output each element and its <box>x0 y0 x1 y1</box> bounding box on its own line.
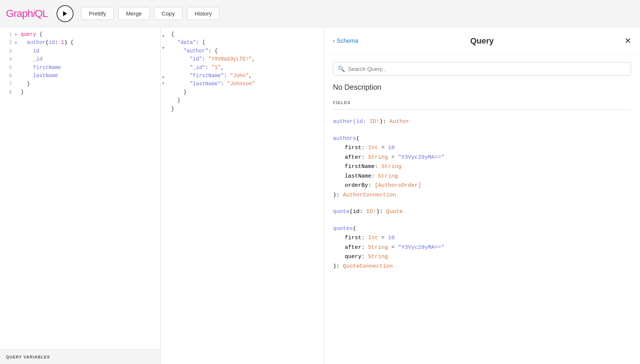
docs-header-inner: ‹ Schema Query ✕ <box>333 36 631 46</box>
no-description-text: No Description <box>333 83 631 92</box>
code-line-6: 6 lastName <box>0 72 160 80</box>
field-type-id: ID! <box>370 119 379 125</box>
prettify-button[interactable]: Prettify <box>81 7 114 20</box>
run-button[interactable] <box>57 5 74 22</box>
query-editor-panel: 1 ▼ query { 2 ▼ author(id: 1) { 3 id <box>0 27 161 364</box>
line-number: 5 <box>3 65 12 72</box>
result-content: ▼ ▼ ▼▼ { "data": { "author": { "id": "YX… <box>161 27 324 364</box>
code-content: id <box>21 47 39 55</box>
fields-divider <box>333 109 631 110</box>
history-button[interactable]: History <box>187 7 220 20</box>
main-area: 1 ▼ query { 2 ▼ author(id: 1) { 3 id <box>0 27 640 364</box>
line-number: 6 <box>3 73 12 80</box>
chevron-left-icon: ‹ <box>333 37 335 45</box>
field-args-author: (id: <box>353 119 370 125</box>
code-content: author(id: 1) { <box>21 38 74 47</box>
copy-button[interactable]: Copy <box>154 7 183 20</box>
docs-close-button[interactable]: ✕ <box>624 36 631 46</box>
search-input[interactable] <box>348 66 626 72</box>
field-arg-after: after: String = "Y3Vyc29yMA==" <box>345 153 631 162</box>
docs-back-label: Schema <box>337 38 358 44</box>
fold-arrow-empty <box>15 49 19 55</box>
fold-arrow-empty <box>15 82 19 87</box>
field-name-quote[interactable]: quote <box>333 209 350 215</box>
search-box[interactable]: 🔍 <box>333 62 631 76</box>
field-return-authorconnection[interactable]: AuthorConnection <box>343 192 396 198</box>
result-gutter: ▼ ▼ ▼▼ <box>161 30 168 361</box>
field-name-author[interactable]: author <box>333 119 353 125</box>
toolbar: GraphiQL Prettify Merge Copy History <box>0 0 640 27</box>
field-type-id2: ID! <box>366 209 376 215</box>
fold-indicator[interactable]: ▼ ▼ ▼▼ <box>162 33 167 86</box>
code-content: } <box>21 88 24 96</box>
code-content: query { <box>21 30 42 38</box>
line-number: 4 <box>3 56 12 63</box>
search-icon: 🔍 <box>338 65 345 72</box>
merge-button[interactable]: Merge <box>118 7 150 20</box>
code-content: lastName <box>21 72 58 80</box>
docs-back-link[interactable]: ‹ Schema <box>333 37 358 45</box>
fold-arrow-empty <box>15 90 19 96</box>
code-content: firstName <box>21 63 61 72</box>
field-name-quotes[interactable]: quotes <box>333 226 353 232</box>
fold-arrow-empty <box>15 57 19 63</box>
code-line-7: 7 } <box>0 80 160 88</box>
code-line-4: 4 _id <box>0 55 160 63</box>
field-quotes: quotes( first: Int = 10 after: String = … <box>333 224 631 271</box>
docs-header: ‹ Schema Query ✕ <box>324 27 640 55</box>
result-code: { "data": { "author": { "id": "YXV0aG9yL… <box>168 30 258 361</box>
docs-title: Query <box>470 36 494 46</box>
line-number: 1 <box>3 31 12 38</box>
line-number: 2 <box>3 40 12 47</box>
field-return-author[interactable]: Author <box>389 119 409 125</box>
line-number: 8 <box>3 89 12 96</box>
field-return-quoteconnection[interactable]: QuoteConnection <box>343 263 393 269</box>
fold-arrow[interactable]: ▼ <box>15 32 19 38</box>
docs-body: 🔍 No Description FIELDS author(id: ID!):… <box>324 55 640 364</box>
query-variables-label: QUERY VARIABLES <box>6 355 50 359</box>
docs-panel: ‹ Schema Query ✕ 🔍 No Description FIELDS… <box>324 27 640 364</box>
field-arg-query: query: String <box>345 252 631 262</box>
fold-arrow[interactable]: ▼ <box>15 40 19 46</box>
fold-arrow-empty <box>15 65 19 71</box>
line-number: 3 <box>3 48 12 55</box>
code-line-2: 2 ▼ author(id: 1) { <box>0 38 160 47</box>
field-arg-after2: after: String = "Y3Vyc29yMA==" <box>345 243 631 253</box>
field-arg-first2: first: Int = 10 <box>345 233 631 243</box>
svg-marker-0 <box>63 11 67 16</box>
logo: GraphiQL <box>6 8 48 20</box>
field-arg-firstname: firstName: String <box>345 162 631 172</box>
field-authors: authors( first: Int = 10 after: String =… <box>333 134 631 200</box>
code-content: _id <box>21 55 42 63</box>
code-line-3: 3 id <box>0 47 160 55</box>
code-line-1: 1 ▼ query { <box>0 30 160 38</box>
field-quote: quote(id: ID!): Quote <box>333 207 631 217</box>
code-line-8: 8 } <box>0 88 160 96</box>
field-author: author(id: ID!): Author <box>333 117 631 127</box>
fields-label: FIELDS <box>333 100 631 105</box>
code-line-5: 5 firstName <box>0 63 160 72</box>
code-editor[interactable]: 1 ▼ query { 2 ▼ author(id: 1) { 3 id <box>0 30 160 96</box>
query-editor[interactable]: 1 ▼ query { 2 ▼ author(id: 1) { 3 id <box>0 27 160 349</box>
fold-arrow-empty <box>15 73 19 79</box>
field-return-quote[interactable]: Quote <box>386 209 403 215</box>
field-arg-first: first: Int = 10 <box>345 143 631 153</box>
result-panel: ▼ ▼ ▼▼ { "data": { "author": { "id": "YX… <box>161 27 324 364</box>
field-arg-lastname: lastName: String <box>345 172 631 181</box>
field-name-authors[interactable]: authors <box>333 135 356 142</box>
code-content: } <box>21 80 30 88</box>
field-arg-orderby: orderBy: [AuthorsOrder] <box>345 181 631 190</box>
query-variables-bar[interactable]: QUERY VARIABLES <box>0 349 160 364</box>
line-number: 7 <box>3 81 12 88</box>
